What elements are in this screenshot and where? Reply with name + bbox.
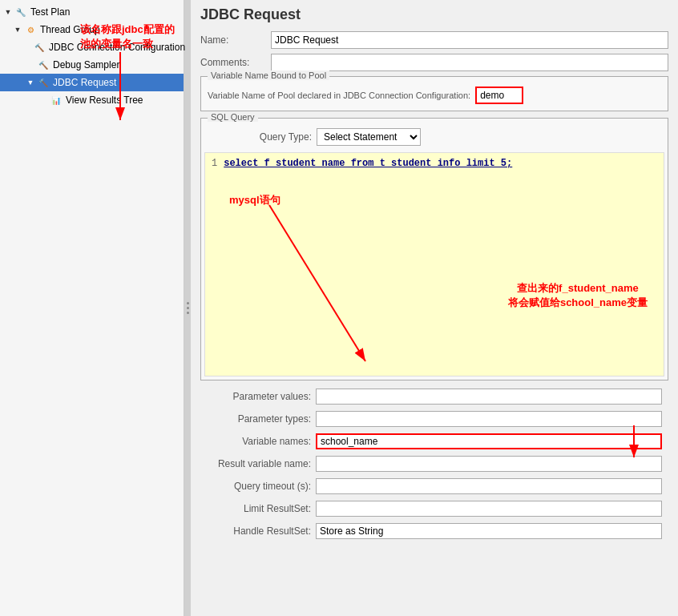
left-panel: ▼ 🔧 Test Plan ▼ ⚙ Thread Group ▶ 🔨 JDBC …	[0, 0, 184, 616]
testplan-icon: 🔧	[14, 6, 27, 18]
limit-resultset-label: Limit ResultSet:	[207, 503, 311, 514]
name-input[interactable]	[271, 31, 668, 49]
tree-item-jdbc-request[interactable]: ▼ 🔨 JDBC Request	[0, 74, 184, 91]
code-line-1: 1 select f_student_name from t_student_i…	[212, 158, 657, 169]
code-editor[interactable]: 1 select f_student_name from t_student_i…	[204, 152, 664, 376]
splitter-dot	[187, 302, 189, 304]
tree-label-jdbc-config: JDBC Connection Configuration	[49, 42, 185, 53]
view-results-icon: 📊	[50, 94, 63, 107]
right-panel: JDBC Request Name: Comments: Variable Na…	[191, 0, 678, 616]
threadgroup-icon: ⚙	[24, 23, 37, 36]
handle-resultset-label: Handle ResultSet:	[207, 525, 311, 537]
param-types-input[interactable]	[316, 411, 662, 427]
sql-query-section: SQL Query Query Type: Select Statement 1…	[200, 118, 668, 380]
param-types-row: Parameter types:	[200, 409, 668, 429]
sql-section-label: SQL Query	[208, 112, 258, 122]
pool-section-label: Variable Name Bound to Pool	[208, 70, 329, 80]
sql-code: select f_student_name from t_student_inf…	[224, 158, 512, 169]
pool-row: Variable Name of Pool declared in JDBC C…	[208, 87, 661, 104]
variable-names-label: Variable names:	[207, 436, 311, 447]
tree-item-thread-group[interactable]: ▼ ⚙ Thread Group	[0, 21, 184, 38]
line-number: 1	[212, 158, 217, 169]
param-values-input[interactable]	[316, 389, 662, 405]
limit-resultset-input[interactable]	[316, 501, 662, 517]
tree-label-thread-group: Thread Group	[40, 24, 100, 35]
query-type-label: Query Type:	[208, 131, 312, 143]
jdbc-request-icon: 🔨	[37, 76, 50, 89]
tree-label-jdbc-request: JDBC Request	[53, 77, 116, 88]
tree-item-jdbc-config[interactable]: ▶ 🔨 JDBC Connection Configuration	[0, 38, 184, 56]
tree-item-view-results[interactable]: ▶ 📊 View Results Tree	[0, 91, 184, 109]
result-var-row: Result variable name:	[200, 454, 668, 473]
param-types-label: Parameter types:	[207, 413, 311, 425]
annotation-mysql: mysql语句	[229, 193, 280, 207]
expand-arrow-test-plan: ▼	[3, 7, 13, 17]
expand-arrow-jdbc-request: ▼	[26, 78, 35, 87]
handle-resultset-input[interactable]	[316, 523, 662, 539]
debug-icon: 🔨	[37, 58, 50, 71]
comments-row: Comments:	[200, 54, 668, 71]
query-type-select[interactable]: Select Statement	[317, 128, 421, 146]
main-window: ▼ 🔧 Test Plan ▼ ⚙ Thread Group ▶ 🔨 JDBC …	[0, 0, 678, 616]
query-type-row: Query Type: Select Statement	[201, 125, 668, 149]
name-label: Name:	[200, 34, 264, 46]
limit-resultset-row: Limit ResultSet:	[200, 499, 668, 518]
splitter-dot	[187, 307, 189, 309]
pool-input[interactable]	[475, 87, 523, 104]
query-timeout-label: Query timeout (s):	[207, 481, 311, 492]
name-row: Name:	[200, 31, 668, 49]
param-values-label: Parameter values:	[207, 391, 311, 402]
comments-label: Comments:	[200, 57, 264, 68]
handle-resultset-row: Handle ResultSet:	[200, 521, 668, 541]
tree-label-debug: Debug Sampler	[53, 59, 119, 70]
comments-input[interactable]	[271, 54, 668, 71]
query-timeout-input[interactable]	[316, 478, 662, 494]
panel-title: JDBC Request	[200, 6, 668, 23]
splitter-dot	[187, 312, 189, 314]
annotation-arrow-2	[205, 153, 664, 393]
variable-names-row: Variable names:	[200, 432, 668, 451]
panel-splitter[interactable]	[184, 0, 191, 616]
result-var-label: Result variable name:	[207, 458, 311, 469]
param-values-row: Parameter values:	[200, 387, 668, 406]
tree-item-test-plan[interactable]: ▼ 🔧 Test Plan	[0, 3, 184, 21]
tree-label-view-results: View Results Tree	[66, 95, 143, 106]
expand-arrow-thread-group: ▼	[13, 25, 22, 34]
result-var-input[interactable]	[316, 456, 662, 472]
variable-names-input[interactable]	[316, 433, 662, 449]
jdbc-config-icon: 🔨	[33, 41, 46, 54]
pool-section: Variable Name Bound to Pool Variable Nam…	[200, 76, 668, 111]
pool-label: Variable Name of Pool declared in JDBC C…	[208, 91, 470, 100]
tree-label-test-plan: Test Plan	[30, 6, 70, 18]
tree-item-debug-sampler[interactable]: ▶ 🔨 Debug Sampler	[0, 56, 184, 74]
query-timeout-row: Query timeout (s):	[200, 477, 668, 496]
annotation-school-name: 查出来的f_student_name 将会赋值给school_name变量	[508, 281, 648, 310]
